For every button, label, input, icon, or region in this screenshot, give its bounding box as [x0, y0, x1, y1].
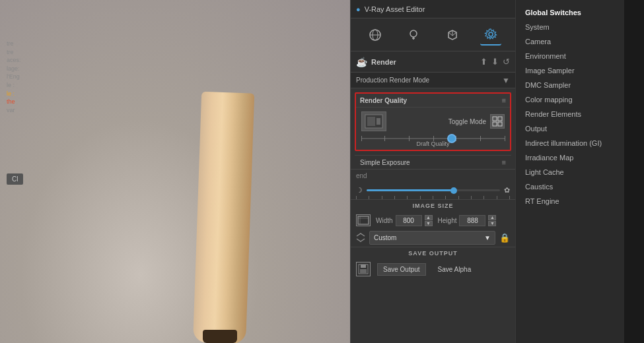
image-size-icon — [356, 214, 371, 226]
end-render-label: end — [351, 169, 515, 182]
refresh-icon[interactable]: ↺ — [503, 57, 510, 67]
svg-point-3 — [410, 30, 417, 37]
quality-slider-row — [356, 135, 510, 140]
svg-rect-15 — [493, 122, 497, 126]
width-input[interactable] — [396, 215, 422, 226]
svg-rect-17 — [358, 216, 369, 224]
settings-item-irradiance-map[interactable]: Irradiance Map — [516, 150, 624, 165]
lock-icon[interactable]: 🔒 — [499, 233, 510, 243]
height-label: Height — [438, 217, 457, 224]
sphere-toolbar-icon[interactable] — [365, 24, 386, 46]
settings-toolbar-icon[interactable] — [480, 24, 501, 46]
svg-rect-21 — [361, 265, 366, 268]
height-down-btn[interactable]: ▼ — [488, 221, 496, 226]
3d-viewport: tre tre aces: lage: l'Eng le : le : the … — [0, 0, 350, 343]
height-up-btn[interactable]: ▲ — [488, 215, 496, 220]
settings-item-color-mapping[interactable]: Color mapping — [516, 92, 624, 107]
settings-item-indirect-illumination[interactable]: Indirect illumination (GI) — [516, 136, 624, 150]
simple-exposure-row[interactable]: Simple Exposure ≡ — [355, 155, 511, 169]
svg-line-8 — [452, 32, 456, 36]
draft-quality-label: Draft Quality — [356, 140, 510, 150]
settings-sidebar: Global Switches System Camera Environmen… — [515, 0, 624, 343]
settings-item-output[interactable]: Output — [516, 121, 624, 136]
width-up-btn[interactable]: ▲ — [425, 215, 433, 220]
log-overlay: tre tre aces: lage: l'Eng le : le : the … — [7, 40, 21, 114]
svg-rect-13 — [493, 117, 497, 121]
log-line: var — [7, 106, 21, 115]
render-quality-header: Render Quality ≡ — [356, 94, 510, 108]
viewport-button[interactable]: Cl — [7, 173, 23, 185]
svg-rect-12 — [376, 118, 380, 125]
log-line: tre — [7, 40, 21, 48]
render-tab-row: ☕ Render ⬆ ⬇ ↺ — [351, 51, 515, 73]
render-preview-thumb — [361, 111, 386, 131]
dropdown-arrow-icon: ▼ — [484, 234, 491, 241]
settings-item-global-switches[interactable]: Global Switches — [516, 5, 624, 20]
bulb-toolbar-icon[interactable] — [403, 24, 424, 46]
table-leg — [193, 92, 254, 343]
height-input[interactable] — [459, 215, 485, 226]
asset-editor-panel: ● V-Ray Asset Editor ☕ Render ⬆ ⬇ ↺ Prod… — [350, 0, 515, 343]
toolbar-icons-row — [351, 18, 515, 51]
svg-rect-16 — [498, 122, 502, 126]
log-line: lage: — [7, 65, 21, 73]
save-alpha-button[interactable]: Save Alpha — [433, 264, 477, 275]
share-icon[interactable]: ⬇ — [491, 57, 499, 67]
export-icon[interactable]: ⬆ — [480, 57, 487, 67]
toggle-mode-label: Toggle Mode — [448, 118, 486, 125]
production-dropdown-icon: ▼ — [502, 76, 510, 85]
save-icon — [356, 262, 371, 276]
editor-title: V-Ray Asset Editor — [365, 5, 425, 13]
viewport-background — [0, 0, 350, 343]
settings-item-caustics[interactable]: Caustics — [516, 179, 624, 194]
render-quality-box: Render Quality ≡ Toggle Mode — [355, 92, 511, 151]
svg-rect-14 — [498, 117, 502, 121]
moon-icon: ☽ — [356, 186, 363, 195]
render-coffee-icon: ☕ — [356, 57, 367, 67]
log-line: tre — [7, 48, 21, 57]
blue-slider-fill — [367, 189, 453, 191]
render-quality-content: Toggle Mode — [356, 108, 510, 135]
log-line-warn: le : — [7, 90, 21, 98]
settings-item-image-sampler[interactable]: Image Sampler — [516, 63, 624, 78]
table-leg-bottom — [203, 330, 237, 343]
svg-rect-22 — [360, 269, 367, 273]
svg-line-7 — [448, 32, 452, 36]
log-line-error: the — [7, 98, 21, 106]
svg-point-9 — [489, 32, 493, 36]
custom-dropdown-label: Custom — [374, 234, 396, 241]
width-label: Width — [376, 217, 393, 224]
save-output-section-header: SAVE OUTPUT — [351, 247, 515, 259]
settings-item-system[interactable]: System — [516, 20, 624, 34]
render-tab-label[interactable]: Render — [371, 58, 396, 66]
settings-item-dmc-sampler[interactable]: DMC Sampler — [516, 78, 624, 92]
render-action-icons: ⬆ ⬇ ↺ — [480, 57, 510, 67]
quality-slider-track[interactable] — [361, 138, 505, 139]
log-line: aces: — [7, 56, 21, 65]
save-output-button[interactable]: Save Output — [377, 263, 426, 276]
height-spinners: ▲ ▼ — [488, 215, 496, 226]
simple-exposure-menu-icon[interactable]: ≡ — [502, 158, 506, 166]
render-quality-menu-icon[interactable]: ≡ — [502, 96, 506, 104]
settings-item-light-cache[interactable]: Light Cache — [516, 165, 624, 179]
save-output-row: Save Output Save Alpha — [351, 259, 515, 279]
settings-item-environment[interactable]: Environment — [516, 49, 624, 63]
toggle-mode-button[interactable] — [490, 114, 505, 129]
svg-rect-11 — [367, 117, 375, 126]
log-line: l'Eng — [7, 73, 21, 81]
production-render-mode-bar[interactable]: Production Render Mode ▼ — [351, 73, 515, 88]
width-field-group: Width ▲ ▼ — [376, 215, 433, 226]
vray-logo-icon: ● — [356, 5, 361, 13]
settings-item-camera[interactable]: Camera — [516, 34, 624, 49]
blue-slider-track[interactable] — [367, 189, 500, 191]
blue-slider-knob[interactable] — [450, 187, 457, 194]
settings-item-rt-engine[interactable]: RT Engine — [516, 194, 624, 208]
width-down-btn[interactable]: ▼ — [425, 221, 433, 226]
toggle-mode-area: Toggle Mode — [448, 114, 505, 129]
log-line: le : — [7, 81, 21, 90]
sun-icon: ✿ — [504, 186, 510, 195]
custom-dropdown[interactable]: Custom ▼ — [369, 231, 495, 245]
cube-toolbar-icon[interactable] — [442, 24, 463, 46]
editor-title-bar: ● V-Ray Asset Editor — [351, 0, 515, 18]
settings-item-render-elements[interactable]: Render Elements — [516, 107, 624, 121]
